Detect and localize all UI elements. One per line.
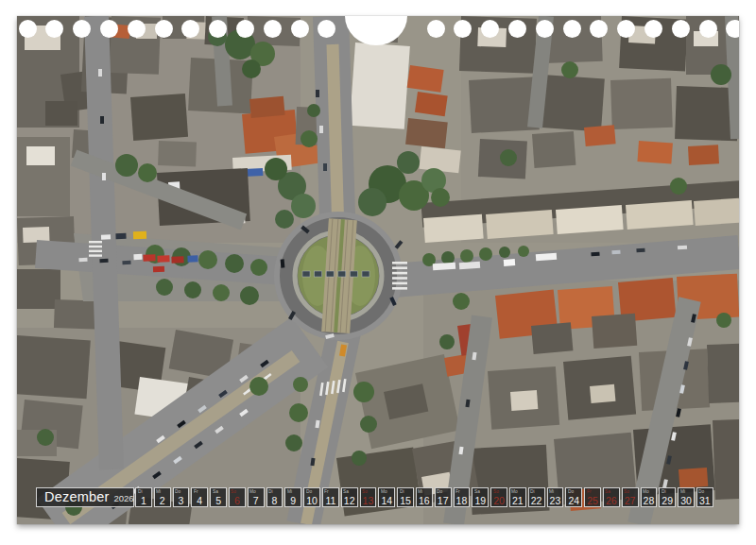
day-number: 3 bbox=[174, 495, 189, 506]
weekday-abbr: Do bbox=[175, 489, 180, 494]
day-cell: Mi 30 bbox=[678, 487, 695, 507]
weekday-abbr: So bbox=[493, 489, 499, 494]
day-cell: Mi 2 bbox=[154, 487, 171, 507]
binding-hole bbox=[209, 20, 227, 38]
weekday-abbr: Do bbox=[437, 489, 442, 494]
month-name: Dezember bbox=[44, 488, 110, 506]
binding-hole bbox=[427, 20, 445, 38]
weekday-abbr: Do bbox=[698, 489, 704, 494]
weekday-abbr: Fr bbox=[587, 489, 592, 494]
weekday-abbr: Sa bbox=[474, 489, 480, 494]
weekday-abbr: Do bbox=[568, 489, 574, 494]
day-number: 24 bbox=[566, 495, 581, 506]
binding-hole bbox=[672, 20, 690, 38]
weekday-abbr: Mi bbox=[156, 489, 161, 494]
weekday-abbr: So bbox=[362, 489, 368, 494]
day-number: 8 bbox=[267, 495, 283, 506]
binding-hole bbox=[236, 20, 254, 38]
binding-hole bbox=[726, 20, 739, 38]
day-number: 25 bbox=[585, 495, 600, 506]
day-cell: Di 29 bbox=[659, 487, 676, 507]
day-number: 7 bbox=[249, 495, 264, 506]
day-cell: Mi 16 bbox=[416, 487, 433, 507]
binding-hole bbox=[291, 20, 309, 38]
binding-hole bbox=[100, 20, 118, 38]
day-cells: Di 1 Mi 2 Do 3 Fr 4 Sa 5 So 6 bbox=[135, 487, 713, 507]
day-number: 20 bbox=[491, 495, 507, 506]
day-cell: So 13 bbox=[360, 487, 377, 507]
day-cell: Di 1 bbox=[135, 487, 152, 507]
day-number: 29 bbox=[660, 495, 675, 506]
day-number: 22 bbox=[529, 495, 544, 506]
day-cell: Mi 23 bbox=[547, 487, 564, 507]
weekday-abbr: Sa bbox=[213, 489, 218, 494]
binding-hole bbox=[617, 20, 635, 38]
day-number: 11 bbox=[323, 495, 338, 506]
day-number: 10 bbox=[304, 495, 319, 506]
day-number: 9 bbox=[285, 495, 301, 506]
day-cell: Do 17 bbox=[435, 487, 452, 507]
weekday-abbr: Sa bbox=[605, 489, 610, 494]
day-cell: So 27 bbox=[622, 487, 639, 507]
day-number: 1 bbox=[136, 495, 151, 506]
day-cell: Fr 11 bbox=[322, 487, 339, 507]
binding-hole bbox=[563, 20, 581, 38]
day-cell: Mo 7 bbox=[248, 487, 265, 507]
day-number: 28 bbox=[642, 495, 657, 506]
binding-hole bbox=[155, 20, 173, 38]
aerial-city-art bbox=[17, 16, 739, 524]
binding-hole bbox=[73, 20, 91, 38]
day-number: 27 bbox=[623, 495, 638, 506]
day-number: 4 bbox=[192, 495, 207, 506]
day-cell: So 20 bbox=[490, 487, 507, 507]
weekday-abbr: Do bbox=[306, 489, 312, 494]
binding-hole bbox=[264, 20, 282, 38]
month-label-box: Dezember 2026 bbox=[36, 487, 134, 507]
weekday-abbr: Fr bbox=[324, 489, 329, 494]
day-number: 5 bbox=[211, 495, 226, 506]
day-number: 13 bbox=[361, 495, 376, 506]
day-number: 21 bbox=[510, 495, 525, 506]
day-cell: Sa 19 bbox=[472, 487, 489, 507]
weekday-abbr: Sa bbox=[343, 489, 349, 494]
day-cell: Mo 14 bbox=[378, 487, 395, 507]
day-cell: Mo 28 bbox=[641, 487, 658, 507]
day-cell: Mi 9 bbox=[284, 487, 301, 507]
binding-hole bbox=[128, 20, 146, 38]
calendar-strip: Dezember 2026 Di 1 Mi 2 Do 3 Fr 4 Sa bbox=[17, 487, 739, 508]
weekday-abbr: Mo bbox=[249, 489, 256, 494]
day-cell: Sa 12 bbox=[341, 487, 358, 507]
day-number: 26 bbox=[604, 495, 619, 506]
day-number: 12 bbox=[342, 495, 357, 506]
year-label: 2026 bbox=[114, 489, 134, 507]
day-number: 2 bbox=[155, 495, 170, 506]
day-number: 15 bbox=[398, 495, 413, 506]
binding-hole bbox=[536, 20, 554, 38]
day-number: 14 bbox=[379, 495, 394, 506]
day-cell: Do 24 bbox=[565, 487, 582, 507]
binding-hole bbox=[644, 20, 662, 38]
day-cell: Mo 21 bbox=[509, 487, 526, 507]
weekday-abbr: Fr bbox=[194, 489, 198, 494]
weekday-abbr: Di bbox=[400, 489, 404, 494]
day-number: 30 bbox=[679, 495, 694, 506]
weekday-abbr: Mo bbox=[643, 489, 649, 494]
day-cell: Fr 4 bbox=[191, 487, 208, 507]
binding-hole bbox=[699, 20, 717, 38]
day-cell: Do 10 bbox=[303, 487, 320, 507]
weekday-abbr: Mo bbox=[511, 489, 518, 494]
day-cell: Di 8 bbox=[266, 487, 284, 507]
day-number: 31 bbox=[697, 495, 713, 506]
weekday-abbr: Mi bbox=[287, 489, 292, 494]
binding-hole bbox=[19, 20, 37, 38]
day-cell: Sa 26 bbox=[603, 487, 620, 507]
calendar-product-page: { "calendar": { "month_label": "Dezember… bbox=[0, 0, 756, 545]
day-number: 18 bbox=[455, 495, 470, 506]
day-cell: So 6 bbox=[229, 487, 246, 507]
day-cell: Do 3 bbox=[173, 487, 190, 507]
day-cell: Do 31 bbox=[696, 487, 713, 507]
weekday-abbr: Di bbox=[268, 489, 273, 494]
day-cell: Di 15 bbox=[397, 487, 414, 507]
weekday-abbr: Di bbox=[662, 489, 666, 494]
weekday-abbr: Di bbox=[530, 489, 535, 494]
